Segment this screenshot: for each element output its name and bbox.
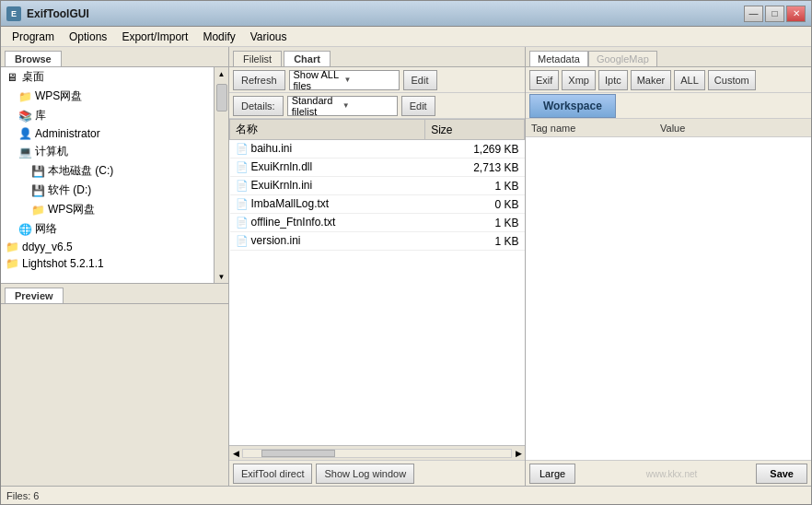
browse-area: 🖥 桌面 📁 WPS网盘 📚 库 👤 Administrator [1, 67, 228, 283]
bottom-toolbar: ExifTool direct Show Log window [229, 460, 525, 486]
scroll-down-arrow[interactable]: ▼ [215, 270, 228, 283]
table-row[interactable]: 📄version.ini 1 KB [230, 232, 525, 251]
menu-options[interactable]: Options [62, 29, 114, 45]
scroll-up-arrow[interactable]: ▲ [215, 67, 228, 80]
file-icon: 📄 [236, 198, 249, 211]
scroll-thumb[interactable] [216, 84, 227, 112]
table-row[interactable]: 📄offline_FtnInfo.txt 1 KB [230, 214, 525, 232]
statusbar: Files: 6 [1, 486, 811, 504]
meta-content [526, 137, 811, 460]
tree-item-computer[interactable]: 💻 计算机 [1, 142, 228, 161]
file-name-cell: 📄baihu.ini [230, 140, 425, 159]
show-files-dropdown[interactable]: Show ALL files ▼ [289, 70, 400, 90]
menu-program[interactable]: Program [5, 29, 62, 45]
xmp-button[interactable]: Xmp [562, 70, 596, 90]
folder-icon: 📁 [17, 90, 32, 103]
save-button[interactable]: Save [756, 464, 807, 484]
table-row[interactable]: 📄ImbaMallLog.txt 0 KB [230, 195, 525, 214]
table-row[interactable]: 📄baihu.ini 1,269 KB [230, 140, 525, 159]
meta-tab-bar: Metadata GoogleMap [526, 47, 811, 67]
tree-item-drive-c[interactable]: 💾 本地磁盘 (C:) [1, 161, 228, 181]
minimize-button[interactable]: — [744, 6, 763, 22]
metadata-tab[interactable]: Metadata [529, 51, 588, 66]
menu-modify[interactable]: Modify [195, 29, 242, 45]
details-button[interactable]: Details: [233, 96, 284, 116]
refresh-button[interactable]: Refresh [233, 70, 285, 90]
tree-item-administrator[interactable]: 👤 Administrator [1, 125, 228, 142]
menubar: Program Options Export/Import Modify Var… [1, 27, 811, 47]
status-text: Files: 6 [6, 490, 39, 501]
edit-button-2[interactable]: Edit [401, 96, 435, 116]
file-name-cell: 📄offline_FtnInfo.txt [230, 214, 425, 232]
table-row[interactable]: 📄ExuiKrnln.ini 1 KB [230, 177, 525, 195]
chart-tab[interactable]: Chart [284, 51, 331, 66]
preview-area [1, 304, 228, 486]
hscroll-track[interactable] [242, 449, 512, 458]
window-title: ExifToolGUI [27, 7, 744, 20]
browse-scrollbar[interactable]: ▲ ▼ [214, 67, 228, 283]
tree-item-lightshot[interactable]: 📁 Lightshot 5.2.1.1 [1, 255, 228, 272]
exiftool-direct-button[interactable]: ExifTool direct [233, 464, 312, 484]
tree-item-network[interactable]: 🌐 网络 [1, 219, 228, 239]
maker-button[interactable]: Maker [631, 70, 672, 90]
hscroll-bar[interactable]: ◀ ▶ [229, 445, 525, 460]
all-button[interactable]: ALL [674, 70, 705, 90]
toolbar-row-2: Details: Standard filelist ▼ Edit [229, 93, 525, 119]
workspace-button[interactable]: Workspace [529, 94, 616, 118]
maximize-button[interactable]: □ [765, 6, 784, 22]
toolbar-row-1: Refresh Show ALL files ▼ Edit [229, 67, 525, 93]
file-size-cell: 1 KB [425, 177, 525, 195]
hscroll-thumb[interactable] [261, 450, 335, 457]
file-size-cell: 2,713 KB [425, 159, 525, 177]
menu-various[interactable]: Various [243, 29, 295, 45]
hscroll-left[interactable]: ◀ [229, 447, 242, 460]
browse-tab[interactable]: Browse [5, 51, 62, 66]
menu-export-import[interactable]: Export/Import [114, 29, 195, 45]
right-bottom-toolbar: Large www.kkx.net Save [526, 460, 811, 486]
titlebar: E ExifToolGUI — □ ✕ [1, 1, 811, 27]
tree-item-drive-d[interactable]: 💾 软件 (D:) [1, 181, 228, 200]
filelist-tab-bar: Filelist Chart [229, 47, 525, 67]
close-button[interactable]: ✕ [786, 6, 806, 22]
googlemap-tab[interactable]: GoogleMap [588, 51, 657, 66]
folder-icon-wps: 📁 [30, 204, 45, 217]
file-size-cell: 1,269 KB [425, 140, 525, 159]
exif-button[interactable]: Exif [529, 70, 559, 90]
file-table: 名称 Size 📄baihu.ini 1,269 KB 📄ExuiKrnln.d… [229, 119, 525, 445]
folder-ddyy-icon: 📁 [5, 241, 19, 253]
filelist-dropdown-arrow: ▼ [342, 101, 393, 110]
hscroll-right[interactable]: ▶ [512, 447, 525, 460]
drive-icon-d: 💾 [30, 184, 45, 197]
col-size-header[interactable]: Size [425, 120, 525, 140]
browse-tab-bar: Browse [1, 47, 228, 67]
drive-icon: 💾 [30, 165, 45, 178]
preview-tab[interactable]: Preview [5, 288, 64, 303]
file-name-cell: 📄version.ini [230, 232, 425, 251]
file-size-cell: 0 KB [425, 195, 525, 214]
iptc-button[interactable]: Iptc [598, 70, 628, 90]
tagname-header: Tag name [531, 123, 660, 134]
main-content: Browse 🖥 桌面 📁 WPS网盘 📚 库 [1, 47, 811, 486]
tree-item-desktop[interactable]: 🖥 桌面 [1, 67, 228, 87]
file-tree[interactable]: 🖥 桌面 📁 WPS网盘 📚 库 👤 Administrator [1, 67, 228, 283]
filelist-tab[interactable]: Filelist [233, 51, 282, 66]
tree-item-ddyy[interactable]: 📁 ddyy_v6.5 [1, 239, 228, 255]
show-log-button[interactable]: Show Log window [316, 464, 414, 484]
meta-column-headers: Tag name Value [526, 119, 811, 137]
large-button[interactable]: Large [529, 464, 575, 484]
filelist-dropdown[interactable]: Standard filelist ▼ [287, 96, 398, 116]
left-panel: Browse 🖥 桌面 📁 WPS网盘 📚 库 [1, 47, 229, 486]
tree-item-wps-cloud[interactable]: 📁 WPS网盘 [1, 87, 228, 106]
tree-item-library[interactable]: 📚 库 [1, 106, 228, 125]
titlebar-buttons: — □ ✕ [744, 6, 806, 22]
workspace-row: Workspace [526, 93, 811, 119]
tree-item-wps2[interactable]: 📁 WPS网盘 [1, 200, 228, 219]
custom-button[interactable]: Custom [708, 70, 756, 90]
table-row[interactable]: 📄ExuiKrnln.dll 2,713 KB [230, 159, 525, 177]
edit-button-1[interactable]: Edit [403, 70, 437, 90]
dropdown-arrow: ▼ [344, 76, 395, 84]
file-icon: 📄 [236, 143, 249, 156]
file-icon: 📄 [236, 161, 249, 174]
col-name-header[interactable]: 名称 [230, 120, 425, 140]
value-header: Value [660, 123, 806, 134]
